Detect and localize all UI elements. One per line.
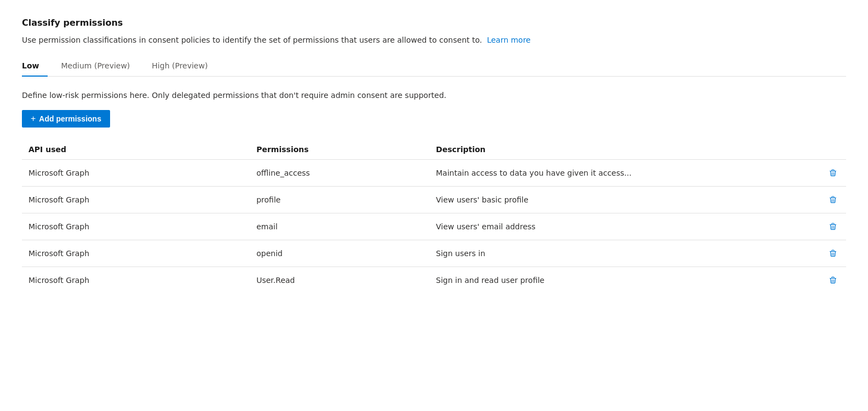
delete-icon[interactable] — [826, 274, 840, 287]
permissions-table: API used Permissions Description Microso… — [22, 141, 846, 293]
cell-permission: profile — [250, 187, 429, 213]
cell-permission: openid — [250, 240, 429, 267]
cell-api: Microsoft Graph — [22, 160, 250, 187]
svg-rect-6 — [830, 224, 836, 225]
tab-medium[interactable]: Medium (Preview) — [61, 57, 139, 77]
description-text: Use permission classifications in consen… — [22, 36, 482, 44]
delete-icon[interactable] — [826, 166, 840, 180]
col-header-description: Description — [429, 141, 820, 160]
tab-high[interactable]: High (Preview) — [152, 57, 216, 77]
add-permissions-button[interactable]: + Add permissions — [22, 110, 110, 128]
cell-delete[interactable] — [820, 213, 846, 240]
table-row: Microsoft Graph profile View users' basi… — [22, 187, 846, 213]
cell-api: Microsoft Graph — [22, 187, 250, 213]
table-row: Microsoft Graph User.Read Sign in and re… — [22, 267, 846, 294]
cell-description: Sign in and read user profile — [429, 267, 820, 294]
col-header-permissions: Permissions — [250, 141, 429, 160]
table-row: Microsoft Graph openid Sign users in — [22, 240, 846, 267]
cell-description: View users' basic profile — [429, 187, 820, 213]
cell-description: Sign users in — [429, 240, 820, 267]
cell-description: Maintain access to data you have given i… — [429, 160, 820, 187]
svg-rect-9 — [830, 251, 836, 252]
tab-low[interactable]: Low — [22, 57, 48, 77]
cell-permission: User.Read — [250, 267, 429, 294]
delete-icon[interactable] — [826, 247, 840, 260]
svg-rect-0 — [830, 171, 836, 171]
plus-icon: + — [31, 114, 36, 123]
tabs-container: Low Medium (Preview) High (Preview) — [22, 57, 846, 77]
table-row: Microsoft Graph offline_access Maintain … — [22, 160, 846, 187]
cell-delete[interactable] — [820, 240, 846, 267]
cell-permission: offline_access — [250, 160, 429, 187]
page-description: Use permission classifications in consen… — [22, 34, 846, 46]
cell-delete[interactable] — [820, 267, 846, 294]
cell-delete[interactable] — [820, 187, 846, 213]
section-description: Define low-risk permissions here. Only d… — [22, 90, 846, 101]
table-header-row: API used Permissions Description — [22, 141, 846, 160]
svg-rect-3 — [830, 198, 836, 198]
cell-api: Microsoft Graph — [22, 213, 250, 240]
col-header-api: API used — [22, 141, 250, 160]
col-header-action — [820, 141, 846, 160]
svg-rect-12 — [830, 278, 836, 279]
cell-permission: email — [250, 213, 429, 240]
table-row: Microsoft Graph email View users' email … — [22, 213, 846, 240]
delete-icon[interactable] — [826, 220, 840, 233]
delete-icon[interactable] — [826, 193, 840, 206]
page-title: Classify permissions — [22, 18, 846, 28]
cell-delete[interactable] — [820, 160, 846, 187]
cell-api: Microsoft Graph — [22, 240, 250, 267]
learn-more-link[interactable]: Learn more — [487, 36, 531, 44]
cell-description: View users' email address — [429, 213, 820, 240]
add-permissions-label: Add permissions — [39, 114, 101, 123]
cell-api: Microsoft Graph — [22, 267, 250, 294]
